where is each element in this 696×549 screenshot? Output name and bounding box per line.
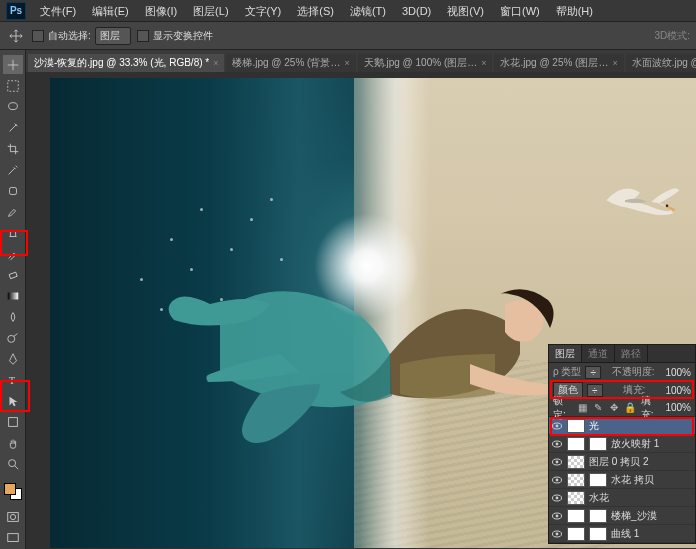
layers-panel: 图层 通道 路径 ρ 类型 ÷ 不透明度: 100% 颜色 ÷ 填充: 100%… — [548, 344, 696, 544]
3d-mode-label: 3D模式: — [654, 29, 690, 43]
layer-row[interactable]: 楼梯_沙漠 — [549, 543, 695, 545]
magic-wand-tool[interactable] — [3, 118, 23, 137]
app-logo: Ps — [6, 2, 26, 20]
doc-tab-0[interactable]: 沙漠-恢复的.jpg @ 33.3% (光, RGB/8) *× — [28, 54, 224, 72]
hand-tool[interactable] — [3, 434, 23, 453]
visibility-icon[interactable] — [551, 528, 563, 540]
fill-value2[interactable]: 100% — [665, 402, 691, 413]
color-swatches[interactable] — [2, 481, 24, 502]
visibility-icon[interactable] — [551, 510, 563, 522]
lock-transparent-icon[interactable]: ▦ — [578, 402, 588, 414]
seagull — [596, 174, 682, 230]
opacity-label: 不透明度: — [612, 365, 655, 379]
layer-name: 楼梯_沙漠 — [611, 509, 693, 523]
layer-row[interactable]: 图层 0 拷贝 2 — [549, 453, 695, 471]
svg-rect-0 — [7, 80, 18, 91]
highlight-swatches — [0, 380, 30, 412]
layer-row[interactable]: 水花 — [549, 489, 695, 507]
menu-2[interactable]: 图像(I) — [137, 0, 185, 22]
gradient-tool[interactable] — [3, 287, 23, 306]
tools-panel: T — [0, 50, 26, 549]
healing-brush-tool[interactable] — [3, 181, 23, 200]
brush-tool[interactable] — [3, 202, 23, 221]
menu-9[interactable]: 窗口(W) — [492, 0, 548, 22]
layer-name: 图层 0 拷贝 2 — [589, 455, 693, 469]
visibility-icon[interactable] — [551, 438, 563, 450]
layer-name: 水花 — [589, 491, 693, 505]
svg-rect-3 — [9, 272, 17, 279]
layer-row[interactable]: 楼梯_沙漠 — [549, 507, 695, 525]
close-icon[interactable]: × — [213, 58, 218, 68]
doc-tab-3[interactable]: 水花.jpg @ 25% (图层…× — [494, 54, 623, 72]
doc-tab-2[interactable]: 天鹅.jpg @ 100% (图层…× — [358, 54, 493, 72]
lock-brush-icon[interactable]: ✎ — [593, 402, 603, 414]
close-icon[interactable]: × — [344, 58, 349, 68]
visibility-icon[interactable] — [551, 456, 563, 468]
svg-point-20 — [556, 478, 559, 481]
layer-row[interactable]: 水花 拷贝 — [549, 471, 695, 489]
blur-tool[interactable] — [3, 308, 23, 327]
highlight-selected-layer — [550, 417, 694, 436]
move-tool[interactable] — [3, 55, 23, 74]
highlight-blend-row — [550, 380, 694, 399]
marquee-tool[interactable] — [3, 76, 23, 95]
eraser-tool[interactable] — [3, 265, 23, 284]
shape-tool[interactable] — [3, 413, 23, 432]
show-transform-label: 显示变换控件 — [153, 29, 213, 43]
visibility-icon[interactable] — [551, 474, 563, 486]
auto-select-mode[interactable]: 图层 — [95, 27, 131, 45]
move-tool-indicator — [6, 26, 26, 46]
tab-layers[interactable]: 图层 — [549, 345, 582, 362]
eyedropper-tool[interactable] — [3, 160, 23, 179]
menu-6[interactable]: 滤镜(T) — [342, 0, 394, 22]
options-bar: 自动选择: 图层 显示变换控件 3D模式: — [0, 22, 696, 50]
lock-position-icon[interactable]: ✥ — [608, 402, 618, 414]
menu-0[interactable]: 文件(F) — [32, 0, 84, 22]
svg-point-18 — [556, 460, 559, 463]
kind-label: ρ 类型 — [553, 365, 581, 379]
tab-paths[interactable]: 路径 — [615, 345, 648, 362]
doc-tab-1[interactable]: 楼梯.jpg @ 25% (背景…× — [226, 54, 355, 72]
svg-point-8 — [8, 460, 15, 467]
svg-point-26 — [556, 532, 559, 535]
svg-point-5 — [7, 336, 14, 343]
svg-point-22 — [556, 496, 559, 499]
menu-8[interactable]: 视图(V) — [439, 0, 492, 22]
svg-rect-7 — [8, 418, 17, 427]
menu-5[interactable]: 选择(S) — [289, 0, 342, 22]
show-transform-checkbox[interactable] — [137, 30, 149, 42]
lasso-tool[interactable] — [3, 97, 23, 116]
layer-name: 楼梯_沙漠 — [589, 545, 693, 546]
svg-point-24 — [556, 514, 559, 517]
dodge-tool[interactable] — [3, 329, 23, 348]
quick-mask-tool[interactable] — [3, 508, 23, 527]
svg-point-10 — [10, 515, 15, 520]
highlight-gradient-tool — [0, 230, 28, 256]
pen-tool[interactable] — [3, 350, 23, 369]
zoom-tool[interactable] — [3, 455, 23, 474]
kind-filter[interactable]: ÷ — [585, 366, 601, 379]
close-icon[interactable]: × — [481, 58, 486, 68]
crop-tool[interactable] — [3, 139, 23, 158]
close-icon[interactable]: × — [612, 58, 617, 68]
menu-4[interactable]: 文字(Y) — [237, 0, 290, 22]
layer-name: 曲线 1 — [611, 527, 693, 541]
menu-3[interactable]: 图层(L) — [185, 0, 236, 22]
svg-point-12 — [666, 204, 669, 207]
opacity-value[interactable]: 100% — [665, 367, 691, 378]
screen-mode-tool[interactable] — [3, 529, 23, 548]
svg-rect-2 — [9, 187, 16, 194]
auto-select-label: 自动选择: — [48, 29, 91, 43]
doc-tab-4[interactable]: 水面波纹.jpg @ 33.3%…× — [626, 54, 696, 72]
lock-all-icon[interactable]: 🔒 — [624, 402, 636, 414]
auto-select-checkbox[interactable] — [32, 30, 44, 42]
layer-name: 放火映射 1 — [611, 437, 693, 451]
layer-row[interactable]: 曲线 1 — [549, 525, 695, 543]
menu-1[interactable]: 编辑(E) — [84, 0, 137, 22]
menu-10[interactable]: 帮助(H) — [548, 0, 601, 22]
visibility-icon[interactable] — [551, 492, 563, 504]
menu-7[interactable]: 3D(D) — [394, 0, 439, 22]
svg-point-1 — [8, 102, 17, 109]
tab-channels[interactable]: 通道 — [582, 345, 615, 362]
layer-row[interactable]: 放火映射 1 — [549, 435, 695, 453]
